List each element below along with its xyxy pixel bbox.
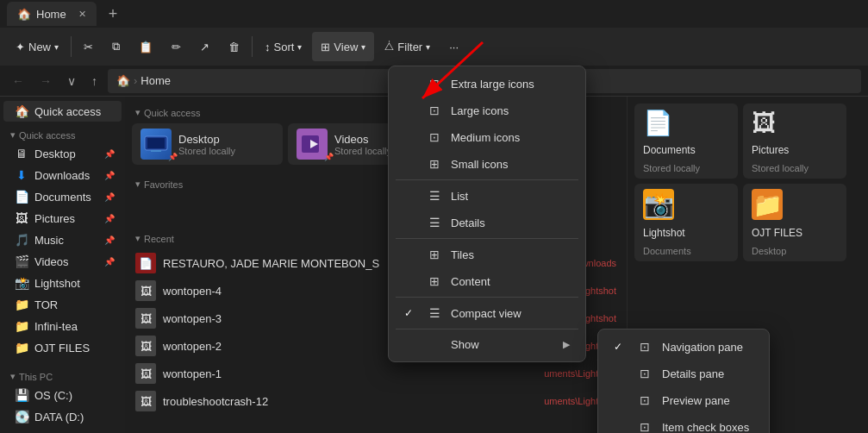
title-bar: 🏠 Home ✕ + — [0, 0, 868, 28]
preview-pane-label: Preview pane — [662, 394, 730, 407]
sidebar-item-tor[interactable]: 📁 TOR — [3, 294, 122, 315]
nav-pane-icon: ⊡ — [636, 340, 653, 354]
sidebar-documents-label: Documents — [34, 191, 91, 204]
share-button[interactable]: ↗ — [191, 32, 218, 61]
quick-access-section[interactable]: ▾ Quick access — [0, 122, 125, 142]
fav-item-lightshot[interactable]: 📸 Lightshot Documents — [634, 184, 738, 261]
large-icons-icon: ⊡ — [427, 104, 442, 117]
recent-item-wontopen1[interactable]: 🖼 wontopen-1 uments\Lightshot — [132, 360, 620, 387]
menu-item-show[interactable]: Show ▶ ✓ ⊡ Navigation pane ⊡ Details pan… — [392, 332, 582, 357]
sort-icon: ↕ — [265, 41, 271, 53]
desktop-pin-icon: 📌 — [104, 149, 115, 159]
menu-item-medium-icons[interactable]: ⊡ Medium icons — [392, 124, 582, 150]
up-button[interactable]: ↑ — [86, 72, 103, 90]
videos-qa-text: Videos Stored locally — [334, 133, 391, 156]
sidebar-item-downloads[interactable]: ⬇ Downloads 📌 — [3, 165, 122, 185]
details-pane-icon: ⊡ — [636, 367, 653, 380]
sidebar-item-data-d[interactable]: 💽 DATA (D:) — [3, 406, 122, 427]
sidebar-home-label: Quick access — [34, 105, 101, 118]
home-sidebar-icon: 🏠 — [14, 104, 29, 118]
sidebar-item-videos[interactable]: 🎬 Videos 📌 — [3, 251, 122, 272]
videos-thumb-icon — [297, 129, 328, 160]
tor-icon: 📁 — [14, 298, 29, 311]
fav-item-ojt[interactable]: 📁 OJT FILES Desktop — [743, 184, 846, 261]
infini-tea-icon: 📁 — [14, 319, 29, 333]
breadcrumb-current: Home — [141, 74, 171, 87]
menu-item-large-icons[interactable]: ⊡ Large icons — [392, 97, 582, 123]
menu-item-extra-large-icons[interactable]: ⊡ Extra large icons — [392, 71, 582, 97]
sidebar-item-home[interactable]: 🏠 Quick access — [3, 101, 122, 122]
cut-icon: ✂ — [84, 41, 93, 53]
submenu-item-preview-pane[interactable]: ⊡ Preview pane — [602, 387, 765, 413]
wontopen1-name: wontopen-1 — [163, 367, 530, 380]
lightshot-fav-icon: 📸 — [643, 189, 674, 220]
sidebar-item-pictures[interactable]: 🖼 Pictures 📌 — [3, 208, 122, 229]
wontopen3-icon: 🖼 — [135, 308, 156, 329]
forward-button[interactable]: → — [34, 72, 57, 90]
recent-chevron: ▾ — [135, 233, 141, 244]
sidebar-ojt-files-label: OJT FILES — [34, 342, 90, 355]
recent-item-troubleshoot[interactable]: 🖼 troubleshootcrash-12 uments\Lightshot — [132, 387, 620, 415]
menu-item-details[interactable]: ☰ Details — [392, 210, 582, 235]
more-button[interactable]: ··· — [440, 32, 467, 61]
this-pc-section[interactable]: ▾ This PC — [0, 364, 125, 384]
recent-text: Recent — [144, 234, 174, 244]
wontopen2-icon: 🖼 — [135, 336, 156, 356]
content-icon: ⊞ — [427, 274, 442, 288]
sidebar-item-ojt-files[interactable]: 📁 OJT FILES — [3, 337, 122, 358]
favorites-text: Favorites — [144, 179, 183, 190]
sidebar-item-lightshot[interactable]: 📸 Lightshot — [3, 273, 122, 293]
view-dropdown-menu: ⊡ Extra large icons ⊡ Large icons ⊡ Medi… — [388, 66, 586, 362]
music-icon: 🎵 — [14, 233, 29, 247]
delete-button[interactable]: 🗑 — [220, 32, 248, 61]
submenu-item-nav-pane[interactable]: ✓ ⊡ Navigation pane — [602, 334, 765, 360]
tab-home-icon: 🏠 — [17, 8, 31, 21]
new-tab-button[interactable]: + — [103, 5, 123, 23]
menu-item-tiles[interactable]: ⊞ Tiles — [392, 242, 582, 267]
view-chevron-icon: ▾ — [361, 42, 365, 52]
network-section[interactable]: ▾ Network — [0, 428, 125, 433]
desktop-qa-pin: 📌 — [168, 153, 178, 161]
menu-item-compact-view[interactable]: ✓ ☰ Compact view — [392, 300, 582, 326]
new-chevron-icon: ▾ — [54, 42, 59, 52]
back-button[interactable]: ← — [7, 72, 29, 90]
sort-chevron-icon: ▾ — [297, 42, 302, 52]
sort-label: Sort — [274, 41, 295, 53]
new-button[interactable]: ✦ New ▾ — [7, 32, 67, 61]
menu-item-content[interactable]: ⊞ Content — [392, 268, 582, 294]
medium-icons-label: Medium icons — [451, 131, 520, 144]
dropdown-nav-button[interactable]: ∨ — [62, 72, 81, 90]
cut-button[interactable]: ✂ — [75, 32, 102, 61]
filter-button[interactable]: ⧊ Filter ▾ — [376, 32, 439, 61]
menu-item-list[interactable]: ☰ List — [392, 183, 582, 209]
this-pc-label: This PC — [19, 372, 53, 382]
fav-item-pictures[interactable]: 🖼 Pictures Stored locally — [743, 104, 846, 179]
breadcrumb-home-icon: 🏠 — [116, 74, 130, 87]
sidebar-item-infini-tea[interactable]: 📁 Infini-tea — [3, 316, 122, 336]
new-icon: ✦ — [16, 41, 25, 53]
home-tab[interactable]: 🏠 Home ✕ — [7, 2, 97, 26]
data-d-icon: 💽 — [14, 410, 29, 424]
sidebar-item-os-c[interactable]: 💾 OS (C:) — [3, 385, 122, 405]
view-button[interactable]: ⊞ View ▾ — [312, 32, 374, 61]
fav-item-documents[interactable]: 📄 Documents Stored locally — [634, 104, 738, 179]
copy-button[interactable]: ⧉ — [103, 32, 128, 61]
sidebar-item-documents[interactable]: 📄 Documents 📌 — [3, 186, 122, 207]
desktop-qa-sub: Stored locally — [178, 146, 235, 156]
wontopen1-icon: 🖼 — [135, 363, 156, 384]
paste-button[interactable]: 📋 — [130, 32, 161, 61]
menu-separator-3 — [396, 297, 578, 298]
videos-icon: 🎬 — [14, 254, 29, 268]
pictures-icon: 🖼 — [14, 211, 29, 225]
tab-close-button[interactable]: ✕ — [78, 9, 86, 20]
rename-button[interactable]: ✏ — [163, 32, 190, 61]
qa-item-desktop[interactable]: Desktop Stored locally 📌 — [132, 123, 283, 165]
sort-button[interactable]: ↕ Sort ▾ — [256, 32, 310, 61]
desktop-icon: 🖥 — [14, 147, 29, 160]
sidebar-item-desktop[interactable]: 🖥 Desktop 📌 — [3, 143, 122, 164]
submenu-item-item-checkboxes[interactable]: ⊡ Item check boxes — [602, 414, 765, 433]
menu-item-small-icons[interactable]: ⊞ Small icons — [392, 151, 582, 177]
paste-icon: 📋 — [139, 41, 153, 53]
submenu-item-details-pane[interactable]: ⊡ Details pane — [602, 361, 765, 386]
sidebar-item-music[interactable]: 🎵 Music 📌 — [3, 229, 122, 250]
